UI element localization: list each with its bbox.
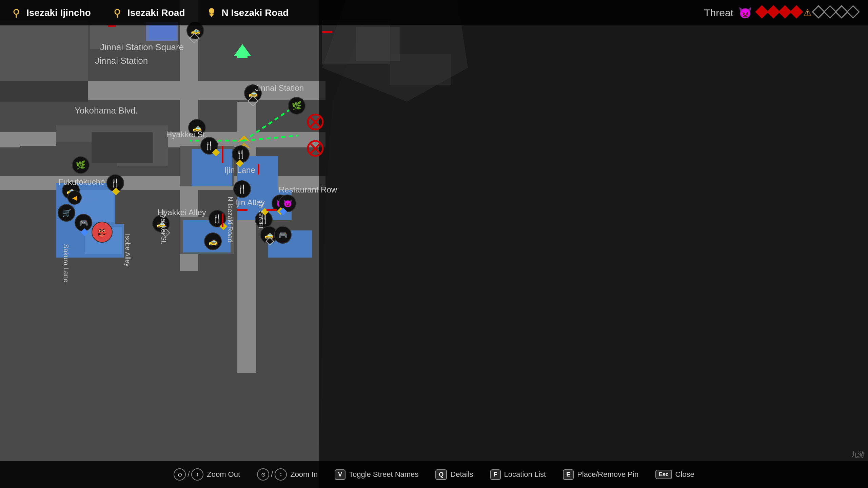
svg-text:🚕: 🚕: [209, 237, 218, 246]
svg-text:🎮: 🎮: [79, 218, 88, 227]
zoom-in-action: ⊙ / ↕ Zoom In: [257, 468, 318, 481]
threat-diamonds: ⚠: [757, 7, 858, 18]
svg-rect-15: [92, 132, 153, 163]
zoom-in-keys: ⊙ / ↕: [257, 468, 287, 481]
svg-rect-105: [108, 25, 116, 27]
svg-text:🌿: 🌿: [76, 160, 86, 170]
svg-text:Yokohama Blvd.: Yokohama Blvd.: [75, 105, 138, 116]
svg-rect-104: [267, 209, 277, 211]
svg-rect-106: [322, 31, 332, 33]
location-name-3: N Isezaki Road: [222, 7, 289, 18]
place-remove-pin-action[interactable]: E Place/Remove Pin: [563, 469, 638, 480]
threat-diamond-9: [846, 5, 860, 19]
svg-rect-102: [222, 214, 223, 227]
location-item-n-isezaki-road: N Isezaki Road: [205, 7, 289, 19]
details-action[interactable]: Q Details: [435, 469, 473, 480]
watermark: 九游: [851, 450, 865, 459]
svg-text:🛒: 🛒: [62, 208, 72, 218]
zoom-out-circle-key: ⊙: [174, 468, 186, 481]
svg-text:🎮: 🎮: [278, 230, 288, 240]
zoom-out-stick-key: ↕: [191, 468, 203, 481]
location-item-isezaki-road: Isezaki Road: [111, 7, 185, 19]
svg-text:Ijin Lane: Ijin Lane: [224, 165, 255, 175]
svg-text:◀: ◀: [72, 195, 77, 201]
threat-diamond-4: [790, 5, 803, 19]
location-name-1: Isezaki Ijincho: [26, 7, 91, 18]
zoom-in-circle-key: ⊙: [257, 468, 269, 481]
svg-text:N Isezaki Road: N Isezaki Road: [226, 197, 234, 243]
svg-text:Hyakkei St.: Hyakkei St.: [160, 210, 167, 244]
toggle-streets-key: V: [335, 469, 346, 480]
location-icon-2: [111, 7, 123, 19]
svg-text:Isobe Alley: Isobe Alley: [124, 234, 132, 267]
threat-label: Threat: [704, 7, 733, 19]
svg-marker-128: [209, 14, 214, 17]
zoom-out-label: Zoom Out: [207, 470, 240, 479]
zoom-out-action: ⊙ / ↕ Zoom Out: [174, 468, 240, 481]
svg-rect-16: [20, 146, 56, 173]
close-label: Close: [675, 470, 694, 479]
location-name-2: Isezaki Road: [127, 7, 185, 18]
zoom-out-keys: ⊙ / ↕: [174, 468, 203, 481]
map-svg: 🍴 🍴 🍴 🍴 🍴 🍴 🚕 🚕: [0, 0, 868, 488]
map-container: 🍴 🍴 🍴 🍴 🍴 🍴 🚕 🚕: [0, 0, 868, 488]
place-remove-pin-label: Place/Remove Pin: [577, 470, 638, 479]
location-item-ijincho: Isezaki Ijincho: [10, 7, 91, 19]
location-list-label: Location List: [504, 470, 546, 479]
svg-text:Jinnai Station Square: Jinnai Station Square: [100, 42, 184, 52]
threat-devil-icon: 👿: [738, 6, 752, 19]
location-icon-3: [205, 7, 218, 19]
svg-text:🚕: 🚕: [191, 26, 200, 35]
close-action[interactable]: Esc Close: [655, 470, 694, 479]
svg-text:Ijin Street: Ijin Street: [257, 200, 265, 229]
svg-text:Hyakkei St.: Hyakkei St.: [166, 130, 207, 139]
location-list-action[interactable]: F Location List: [490, 469, 546, 480]
location-list-key: F: [490, 469, 501, 480]
svg-text:🍴: 🍴: [110, 178, 120, 188]
svg-point-123: [14, 9, 19, 14]
zoom-in-label: Zoom In: [290, 470, 318, 479]
svg-text:🌿: 🌿: [292, 101, 302, 110]
svg-text:Jinnai Station: Jinnai Station: [255, 83, 304, 93]
svg-text:Restaurant Row: Restaurant Row: [279, 185, 337, 194]
svg-rect-101: [222, 146, 223, 163]
details-key: Q: [435, 469, 447, 480]
zoom-in-stick-key: ↕: [275, 468, 287, 481]
svg-point-125: [115, 9, 120, 14]
toggle-streets-label: Toggle Street Names: [349, 470, 418, 479]
close-key: Esc: [655, 470, 672, 479]
svg-rect-9: [0, 20, 88, 81]
svg-point-127: [209, 8, 214, 13]
svg-text:Jinnai Station: Jinnai Station: [95, 56, 148, 66]
place-remove-pin-key: E: [563, 469, 574, 480]
svg-text:Fukutokucho: Fukutokucho: [58, 177, 105, 186]
svg-text:Sakura Lane: Sakura Lane: [62, 244, 70, 282]
svg-rect-107: [258, 164, 259, 175]
location-icon-1: [10, 7, 22, 19]
threat-section: Threat 👿 ⚠: [704, 6, 858, 19]
svg-rect-103: [237, 209, 248, 211]
toggle-streets-action[interactable]: V Toggle Street Names: [335, 469, 418, 480]
svg-text:🍴: 🍴: [212, 214, 222, 223]
svg-text:😈: 😈: [283, 199, 293, 208]
svg-text:🍴: 🍴: [204, 141, 214, 150]
threat-diamond-5: ⚠: [803, 7, 812, 18]
top-bar: Isezaki Ijincho Isezaki Road N Isezaki R…: [0, 0, 868, 25]
svg-text:🍴: 🍴: [237, 184, 247, 194]
svg-text:🍴: 🍴: [236, 149, 246, 159]
svg-text:👺: 👺: [97, 227, 108, 238]
details-label: Details: [450, 470, 473, 479]
bottom-bar: ⊙ / ↕ Zoom Out ⊙ / ↕ Zoom In V Toggle St…: [0, 461, 868, 488]
